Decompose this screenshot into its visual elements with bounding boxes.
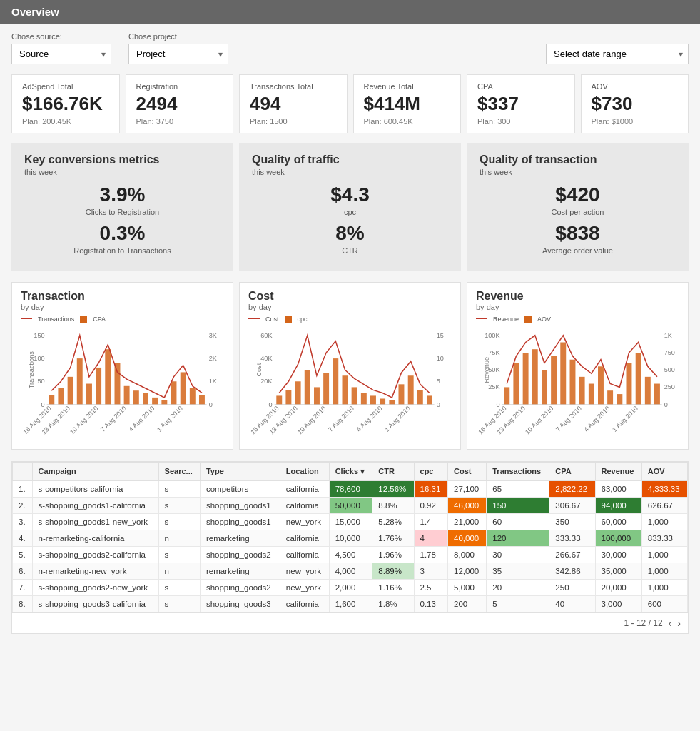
source-select-wrapper[interactable]: Source	[11, 44, 111, 64]
cell-campaign: s-shopping_goods1-california	[32, 497, 158, 513]
cell-clicks: 15,000	[329, 513, 372, 530]
cell-search: s	[158, 513, 200, 530]
chart-card-revenue: Revenue by day Revenue AOV 16 Aug 201013…	[467, 282, 689, 450]
table-col-header[interactable]: AOV	[641, 462, 687, 480]
kpi-card: AdSpend Total $166.76K Plan: 200.45K	[11, 74, 120, 133]
table-row: 7. s-shopping_goods2-new_york s shopping…	[13, 579, 688, 595]
cell-clicks: 1,600	[329, 595, 372, 612]
legend-line-label: Transactions	[38, 316, 74, 323]
source-label: Chose source:	[11, 32, 111, 41]
date-select[interactable]: Select date range	[546, 44, 689, 64]
kpi-label: CPA	[477, 82, 564, 91]
kpi-plan: Plan: $1000	[592, 117, 679, 126]
cell-campaign: s-competitors-california	[32, 480, 158, 497]
svg-rect-44	[380, 398, 385, 404]
legend-line-label: Cost	[265, 316, 279, 323]
svg-rect-36	[305, 370, 310, 404]
svg-text:0: 0	[664, 400, 668, 408]
row-num: 5.	[13, 546, 33, 563]
kpi-card: Registration 2494 Plan: 3750	[126, 74, 234, 133]
svg-rect-82	[654, 383, 660, 404]
cell-cost: 46,000	[448, 497, 487, 513]
kpi-label: AOV	[592, 82, 679, 91]
svg-rect-37	[314, 387, 320, 404]
metric-card: Quality of transaction this week $420 Co…	[467, 143, 689, 271]
date-select-wrapper[interactable]: Select date range	[546, 44, 689, 64]
svg-text:0: 0	[41, 400, 44, 408]
svg-rect-9	[133, 390, 139, 404]
svg-text:15: 15	[437, 331, 444, 338]
kpi-plan: Plan: 3750	[136, 117, 223, 126]
table-col-header[interactable]: Revenue	[595, 462, 641, 480]
cell-clicks: 2,000	[329, 579, 372, 595]
table-col-header[interactable]: Transactions	[487, 462, 549, 480]
table-col-header[interactable]: cpc	[414, 462, 448, 480]
cell-cpc: 16.31	[414, 480, 448, 497]
chart-svg: 16 Aug 201013 Aug 201010 Aug 20107 Aug 2…	[248, 326, 452, 440]
row-num: 2.	[13, 497, 33, 513]
svg-text:4 Aug 2010: 4 Aug 2010	[128, 405, 156, 433]
metric-subtitle: this week	[24, 168, 220, 176]
metric-value: $838	[480, 222, 676, 245]
svg-text:4 Aug 2010: 4 Aug 2010	[583, 405, 612, 433]
svg-text:7 Aug 2010: 7 Aug 2010	[554, 405, 583, 433]
cell-revenue: 20,000	[595, 579, 641, 595]
svg-rect-8	[124, 385, 130, 404]
metric-card: Quality of traffic this week $4.3 cpc 8%…	[239, 143, 461, 271]
chart-card-cost: Cost by day Cost cpc 16 Aug 201013 Aug 2…	[239, 282, 461, 450]
metric-value: 3.9%	[24, 183, 220, 206]
svg-text:10: 10	[437, 355, 444, 362]
svg-text:1 Aug 2010: 1 Aug 2010	[611, 405, 639, 433]
metric-title: Quality of traffic	[252, 153, 448, 166]
cell-cost: 5,000	[448, 579, 487, 595]
svg-text:Cost: Cost	[255, 363, 263, 376]
row-num: 7.	[13, 579, 33, 595]
cell-type: competitors	[200, 480, 280, 497]
cell-cpc: 0.92	[414, 497, 448, 513]
metric-desc: Cost per action	[480, 208, 676, 216]
svg-rect-48	[417, 390, 423, 404]
table-col-header[interactable]: CPA	[549, 462, 595, 480]
cell-campaign: s-shopping_goods3-california	[32, 595, 158, 612]
metric-value: 0.3%	[24, 222, 220, 245]
cell-aov: 4,333.33	[641, 480, 687, 497]
metric-subtitle: this week	[252, 168, 448, 176]
cell-cpc: 4	[414, 530, 448, 546]
cell-cpa: 250	[549, 579, 595, 595]
svg-rect-39	[333, 358, 338, 404]
prev-page-button[interactable]: ‹	[669, 617, 672, 629]
svg-text:0: 0	[209, 400, 213, 408]
kpi-label: AdSpend Total	[22, 82, 109, 91]
data-table: CampaignSearc...TypeLocationClicks ▾CTRc…	[12, 462, 688, 612]
source-filter-group: Chose source: Source	[11, 32, 111, 64]
project-select-wrapper[interactable]: Project	[128, 44, 228, 64]
table-col-header[interactable]: Clicks ▾	[329, 462, 372, 480]
kpi-value: $730	[592, 94, 679, 114]
table-col-header[interactable]: Campaign	[32, 462, 158, 480]
next-page-button[interactable]: ›	[677, 617, 681, 629]
cell-search: n	[158, 563, 200, 579]
svg-rect-47	[408, 375, 414, 404]
table-col-header[interactable]: CTR	[372, 462, 414, 480]
kpi-plan: Plan: 1500	[250, 117, 337, 126]
kpi-plan: Plan: 600.45K	[364, 117, 451, 126]
svg-rect-16	[199, 395, 205, 404]
table-col-header[interactable]: Type	[200, 462, 280, 480]
project-select[interactable]: Project	[128, 44, 228, 64]
source-select[interactable]: Source	[11, 44, 111, 64]
table-col-header[interactable]: Location	[280, 462, 329, 480]
svg-rect-0	[49, 395, 54, 404]
svg-rect-70	[542, 370, 547, 404]
cell-campaign: n-remarketing-california	[32, 530, 158, 546]
cell-revenue: 100,000	[595, 530, 641, 546]
svg-text:20K: 20K	[260, 378, 272, 385]
table-row: 5. s-shopping_goods2-california s shoppi…	[13, 546, 688, 563]
cell-transactions: 120	[487, 530, 549, 546]
cell-location: california	[280, 497, 329, 513]
svg-text:60K: 60K	[260, 331, 272, 338]
cell-cost: 8,000	[448, 546, 487, 563]
cell-location: california	[280, 530, 329, 546]
table-col-header[interactable]: Cost	[448, 462, 487, 480]
cell-ctr: 1.96%	[372, 546, 414, 563]
table-col-header[interactable]: Searc...	[158, 462, 200, 480]
